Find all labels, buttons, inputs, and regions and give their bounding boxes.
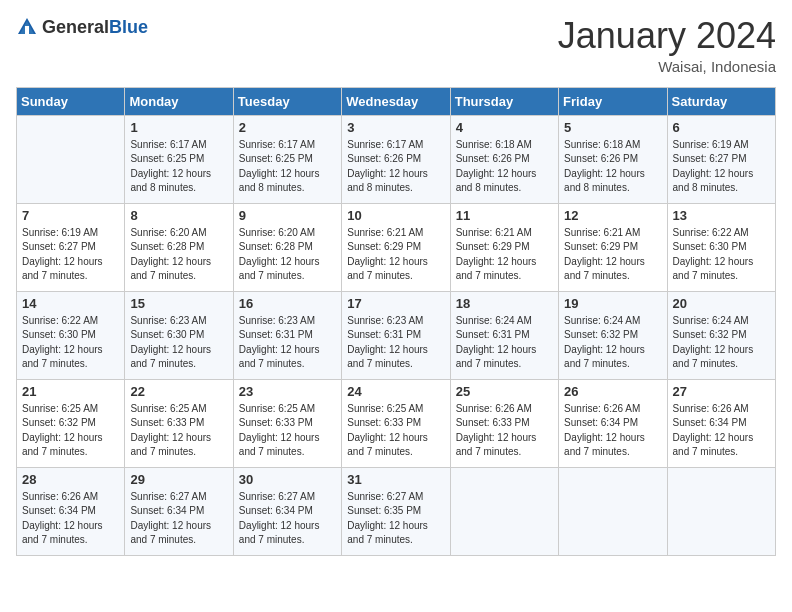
calendar-cell: 14Sunrise: 6:22 AMSunset: 6:30 PMDayligh… [17, 291, 125, 379]
calendar-cell: 5Sunrise: 6:18 AMSunset: 6:26 PMDaylight… [559, 115, 667, 203]
day-number: 26 [564, 384, 661, 399]
calendar-cell: 31Sunrise: 6:27 AMSunset: 6:35 PMDayligh… [342, 467, 450, 555]
logo-blue: Blue [109, 17, 148, 37]
calendar-week-3: 14Sunrise: 6:22 AMSunset: 6:30 PMDayligh… [17, 291, 776, 379]
day-number: 24 [347, 384, 444, 399]
calendar-week-1: 1Sunrise: 6:17 AMSunset: 6:25 PMDaylight… [17, 115, 776, 203]
day-number: 17 [347, 296, 444, 311]
day-number: 28 [22, 472, 119, 487]
day-info: Sunrise: 6:22 AMSunset: 6:30 PMDaylight:… [673, 226, 770, 284]
calendar-cell: 18Sunrise: 6:24 AMSunset: 6:31 PMDayligh… [450, 291, 558, 379]
day-info: Sunrise: 6:21 AMSunset: 6:29 PMDaylight:… [347, 226, 444, 284]
calendar-cell: 22Sunrise: 6:25 AMSunset: 6:33 PMDayligh… [125, 379, 233, 467]
day-number: 10 [347, 208, 444, 223]
header-friday: Friday [559, 87, 667, 115]
title-area: January 2024 Waisai, Indonesia [558, 16, 776, 75]
day-info: Sunrise: 6:20 AMSunset: 6:28 PMDaylight:… [130, 226, 227, 284]
day-number: 20 [673, 296, 770, 311]
month-title: January 2024 [558, 16, 776, 56]
day-number: 9 [239, 208, 336, 223]
day-info: Sunrise: 6:17 AMSunset: 6:25 PMDaylight:… [130, 138, 227, 196]
day-info: Sunrise: 6:21 AMSunset: 6:29 PMDaylight:… [564, 226, 661, 284]
logo-text: GeneralBlue [42, 18, 148, 37]
day-info: Sunrise: 6:19 AMSunset: 6:27 PMDaylight:… [673, 138, 770, 196]
day-number: 31 [347, 472, 444, 487]
calendar-cell: 13Sunrise: 6:22 AMSunset: 6:30 PMDayligh… [667, 203, 775, 291]
day-number: 30 [239, 472, 336, 487]
day-number: 29 [130, 472, 227, 487]
header-saturday: Saturday [667, 87, 775, 115]
day-info: Sunrise: 6:19 AMSunset: 6:27 PMDaylight:… [22, 226, 119, 284]
calendar-cell: 4Sunrise: 6:18 AMSunset: 6:26 PMDaylight… [450, 115, 558, 203]
header: GeneralBlue January 2024 Waisai, Indones… [16, 16, 776, 75]
day-number: 22 [130, 384, 227, 399]
calendar-cell [450, 467, 558, 555]
day-info: Sunrise: 6:20 AMSunset: 6:28 PMDaylight:… [239, 226, 336, 284]
calendar-cell: 7Sunrise: 6:19 AMSunset: 6:27 PMDaylight… [17, 203, 125, 291]
logo-general: General [42, 17, 109, 37]
calendar-cell: 9Sunrise: 6:20 AMSunset: 6:28 PMDaylight… [233, 203, 341, 291]
day-info: Sunrise: 6:22 AMSunset: 6:30 PMDaylight:… [22, 314, 119, 372]
day-number: 6 [673, 120, 770, 135]
day-number: 12 [564, 208, 661, 223]
header-sunday: Sunday [17, 87, 125, 115]
calendar-cell: 16Sunrise: 6:23 AMSunset: 6:31 PMDayligh… [233, 291, 341, 379]
day-info: Sunrise: 6:18 AMSunset: 6:26 PMDaylight:… [564, 138, 661, 196]
logo: GeneralBlue [16, 16, 148, 38]
calendar-cell [17, 115, 125, 203]
calendar-cell: 2Sunrise: 6:17 AMSunset: 6:25 PMDaylight… [233, 115, 341, 203]
calendar-cell: 24Sunrise: 6:25 AMSunset: 6:33 PMDayligh… [342, 379, 450, 467]
day-number: 8 [130, 208, 227, 223]
calendar-cell: 29Sunrise: 6:27 AMSunset: 6:34 PMDayligh… [125, 467, 233, 555]
day-info: Sunrise: 6:24 AMSunset: 6:31 PMDaylight:… [456, 314, 553, 372]
header-tuesday: Tuesday [233, 87, 341, 115]
calendar-cell: 30Sunrise: 6:27 AMSunset: 6:34 PMDayligh… [233, 467, 341, 555]
calendar-cell: 10Sunrise: 6:21 AMSunset: 6:29 PMDayligh… [342, 203, 450, 291]
calendar-cell: 28Sunrise: 6:26 AMSunset: 6:34 PMDayligh… [17, 467, 125, 555]
day-number: 25 [456, 384, 553, 399]
calendar-cell: 1Sunrise: 6:17 AMSunset: 6:25 PMDaylight… [125, 115, 233, 203]
calendar-table: SundayMondayTuesdayWednesdayThursdayFrid… [16, 87, 776, 556]
calendar-cell: 21Sunrise: 6:25 AMSunset: 6:32 PMDayligh… [17, 379, 125, 467]
day-info: Sunrise: 6:26 AMSunset: 6:34 PMDaylight:… [22, 490, 119, 548]
logo-icon [16, 16, 38, 38]
day-info: Sunrise: 6:25 AMSunset: 6:32 PMDaylight:… [22, 402, 119, 460]
day-info: Sunrise: 6:26 AMSunset: 6:34 PMDaylight:… [564, 402, 661, 460]
calendar-cell: 12Sunrise: 6:21 AMSunset: 6:29 PMDayligh… [559, 203, 667, 291]
day-number: 21 [22, 384, 119, 399]
location-title: Waisai, Indonesia [558, 58, 776, 75]
calendar-header-row: SundayMondayTuesdayWednesdayThursdayFrid… [17, 87, 776, 115]
header-monday: Monday [125, 87, 233, 115]
calendar-cell: 8Sunrise: 6:20 AMSunset: 6:28 PMDaylight… [125, 203, 233, 291]
day-info: Sunrise: 6:25 AMSunset: 6:33 PMDaylight:… [347, 402, 444, 460]
day-info: Sunrise: 6:23 AMSunset: 6:30 PMDaylight:… [130, 314, 227, 372]
header-wednesday: Wednesday [342, 87, 450, 115]
day-info: Sunrise: 6:27 AMSunset: 6:35 PMDaylight:… [347, 490, 444, 548]
day-number: 7 [22, 208, 119, 223]
day-number: 23 [239, 384, 336, 399]
day-info: Sunrise: 6:27 AMSunset: 6:34 PMDaylight:… [239, 490, 336, 548]
calendar-cell: 25Sunrise: 6:26 AMSunset: 6:33 PMDayligh… [450, 379, 558, 467]
day-info: Sunrise: 6:25 AMSunset: 6:33 PMDaylight:… [239, 402, 336, 460]
day-info: Sunrise: 6:25 AMSunset: 6:33 PMDaylight:… [130, 402, 227, 460]
calendar-cell [667, 467, 775, 555]
calendar-cell: 27Sunrise: 6:26 AMSunset: 6:34 PMDayligh… [667, 379, 775, 467]
day-number: 2 [239, 120, 336, 135]
day-number: 5 [564, 120, 661, 135]
calendar-cell: 3Sunrise: 6:17 AMSunset: 6:26 PMDaylight… [342, 115, 450, 203]
day-info: Sunrise: 6:17 AMSunset: 6:25 PMDaylight:… [239, 138, 336, 196]
day-number: 13 [673, 208, 770, 223]
calendar-cell [559, 467, 667, 555]
calendar-week-4: 21Sunrise: 6:25 AMSunset: 6:32 PMDayligh… [17, 379, 776, 467]
day-info: Sunrise: 6:26 AMSunset: 6:34 PMDaylight:… [673, 402, 770, 460]
calendar-cell: 17Sunrise: 6:23 AMSunset: 6:31 PMDayligh… [342, 291, 450, 379]
calendar-cell: 6Sunrise: 6:19 AMSunset: 6:27 PMDaylight… [667, 115, 775, 203]
calendar-cell: 11Sunrise: 6:21 AMSunset: 6:29 PMDayligh… [450, 203, 558, 291]
day-number: 3 [347, 120, 444, 135]
day-info: Sunrise: 6:18 AMSunset: 6:26 PMDaylight:… [456, 138, 553, 196]
day-number: 16 [239, 296, 336, 311]
day-info: Sunrise: 6:24 AMSunset: 6:32 PMDaylight:… [564, 314, 661, 372]
day-number: 14 [22, 296, 119, 311]
calendar-week-2: 7Sunrise: 6:19 AMSunset: 6:27 PMDaylight… [17, 203, 776, 291]
calendar-week-5: 28Sunrise: 6:26 AMSunset: 6:34 PMDayligh… [17, 467, 776, 555]
